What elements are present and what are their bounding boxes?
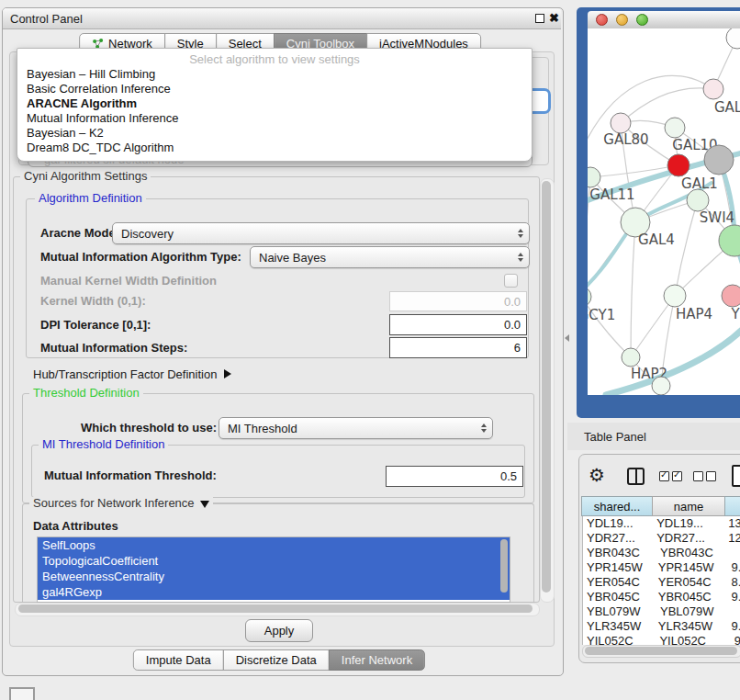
mi-threshold-legend: MI Threshold Definition (39, 438, 168, 451)
cell: YIL052C (583, 634, 656, 645)
file-icon[interactable] (732, 465, 740, 487)
minimize-traffic-light-icon[interactable] (616, 14, 628, 26)
chevron-right-icon (224, 369, 231, 378)
apply-button[interactable]: Apply (245, 619, 313, 642)
settings-horizontal-scrollbar-thumb[interactable] (18, 604, 533, 613)
bottom-tab-discretize-data[interactable]: Discretize Data (223, 649, 330, 671)
unchecked-checkbox-icon[interactable] (706, 471, 716, 481)
cell: 9. (727, 619, 740, 634)
cell: 9. (727, 560, 740, 575)
network-edge[interactable] (631, 222, 635, 357)
table-row[interactable]: YDL19...YDL19...13 (583, 516, 740, 531)
node-gal11[interactable] (588, 167, 600, 187)
mi-algorithm-type-combobox[interactable]: Naive Bayes (250, 246, 530, 268)
node-gal10[interactable] (665, 118, 685, 138)
node-swi4[interactable] (687, 189, 709, 211)
node-gray[interactable] (704, 145, 734, 175)
bottom-tab-infer-network[interactable]: Infer Network (329, 649, 425, 671)
checked-checkbox-icon[interactable] (672, 471, 682, 481)
aracne-mode-combobox[interactable]: Discovery (112, 222, 530, 244)
checked-checkbox-icon[interactable] (659, 471, 669, 481)
partial-icon[interactable] (9, 687, 35, 700)
cell: YER054C (655, 575, 728, 590)
column-view-icon[interactable] (627, 468, 645, 485)
network-edge[interactable] (621, 88, 713, 123)
kernel-width-value: 0.0 (504, 295, 521, 309)
table-horizontal-scrollbar-thumb[interactable] (585, 647, 737, 655)
node-hap4[interactable] (664, 285, 686, 307)
aracne-mode-label: Aracne Mode: (40, 222, 119, 243)
node-gal4-label: GAL4 (638, 231, 675, 248)
attributes-list-scrollbar[interactable] (500, 539, 508, 593)
cell: YLR345W (655, 619, 728, 634)
hub-definition-toggle[interactable]: Hub/Transcription Factor Definition (33, 364, 231, 384)
tab-label: Discretize Data (236, 653, 317, 667)
zoom-traffic-light-icon[interactable] (636, 14, 648, 26)
control-panel-titlebar[interactable]: Control Panel (3, 8, 561, 29)
table-panel-titlebar[interactable]: Table Panel (567, 423, 740, 450)
algorithm-option-aracne-algorithm[interactable]: ARACNE Algorithm (17, 96, 532, 111)
table-row[interactable]: YBL079WYBL079W (583, 604, 740, 619)
algorithm-option-mutual-information-inference[interactable]: Mutual Information Inference (17, 111, 532, 126)
algorithm-option-basic-correlation-inference[interactable]: Basic Correlation Inference (17, 82, 532, 96)
mi-steps-value: 6 (514, 341, 521, 355)
algorithm-option-dream8-dc-tdc-algorithm[interactable]: Dream8 DC_TDC Algorithm (17, 141, 532, 155)
splitter-handle-icon[interactable] (565, 334, 569, 342)
table-row[interactable]: YIL052CYIL052C9 (583, 634, 740, 645)
mi-threshold-field[interactable]: 0.5 (386, 466, 523, 487)
sources-legend-text: Sources for Network Inference (33, 496, 195, 510)
float-window-icon[interactable] (535, 14, 544, 23)
node-gal1[interactable] (667, 154, 690, 176)
table-row[interactable]: YPR145WYPR145W9. (583, 560, 740, 575)
close-traffic-light-icon[interactable] (596, 14, 608, 26)
manual-kernel-width-label: Manual Kernel Width Definition (40, 270, 217, 290)
dpi-tolerance-field[interactable]: 0.0 (389, 314, 527, 335)
table-row[interactable]: YDR27...YDR27...12 (583, 531, 740, 546)
algorithm-option-bayesian-hill-climbing[interactable]: Bayesian – Hill Climbing (17, 67, 532, 82)
table-row[interactable]: YLR345WYLR345W9. (583, 619, 740, 634)
close-icon[interactable] (549, 11, 562, 26)
node-gcy1[interactable] (588, 287, 591, 307)
manual-kernel-width-checkbox[interactable] (504, 274, 518, 288)
hub-definition-label: Hub/Transcription Factor Definition (33, 367, 217, 381)
table-row[interactable]: YBR045CYBR045C9. (583, 590, 740, 604)
cell: 9. (727, 590, 740, 604)
data-attributes-list[interactable]: SelfLoopsTopologicalCoefficientBetweenne… (37, 536, 510, 603)
column-header-partial[interactable] (724, 496, 740, 516)
which-threshold-value: MI Threshold (228, 422, 297, 435)
node-bottom-partial[interactable] (652, 377, 670, 395)
node-top-partial[interactable] (726, 28, 740, 49)
mi-threshold-value: 0.5 (500, 469, 517, 483)
node-hap2[interactable] (622, 348, 640, 367)
sources-legend[interactable]: Sources for Network Inference (29, 497, 213, 510)
column-header-shared[interactable]: shared... (581, 496, 653, 516)
attribute-item-betweennesscentrality[interactable]: BetweennessCentrality (38, 569, 510, 584)
cell: YIL052C (656, 634, 730, 645)
unchecked-checkbox-icon[interactable] (693, 471, 703, 481)
network-edge[interactable] (675, 200, 698, 296)
network-window-titlebar[interactable] (588, 11, 740, 29)
node-pink-right[interactable] (722, 285, 740, 307)
which-threshold-combobox[interactable]: MI Threshold (219, 417, 493, 439)
cell (732, 604, 735, 619)
network-canvas[interactable]: GALGAL80GAL10GAL1GAL11SWI4GAL4GCY1HAP4YH… (588, 28, 740, 395)
node-gal80[interactable] (611, 113, 631, 133)
attribute-item-gal4rgexp[interactable]: gal4RGexp (38, 584, 510, 600)
column-header-name[interactable]: name (652, 496, 725, 516)
mi-steps-field[interactable]: 6 (389, 337, 527, 358)
spinner-arrows-icon (518, 253, 523, 262)
node-gal-pink[interactable] (703, 79, 723, 99)
attribute-item-selfloops[interactable]: SelfLoops (38, 537, 510, 553)
cell: YDL19... (583, 516, 653, 531)
network-edge[interactable] (588, 297, 631, 357)
table-row[interactable]: YER054CYER054C8. (583, 575, 740, 590)
gear-icon[interactable]: ⚙ (589, 464, 605, 486)
cyni-bottom-tabbar: Impute DataDiscretize DataInfer Network (133, 649, 425, 671)
settings-vertical-scrollbar-thumb[interactable] (542, 181, 551, 593)
attribute-item-topologicalcoefficient[interactable]: TopologicalCoefficient (38, 553, 510, 569)
bottom-tab-impute-data[interactable]: Impute Data (133, 649, 224, 671)
table-row[interactable]: YBR043CYBR043C (583, 546, 740, 560)
cell: 8. (727, 575, 740, 590)
cell: YBR045C (655, 590, 728, 604)
algorithm-option-bayesian-k2[interactable]: Bayesian – K2 (17, 126, 532, 141)
